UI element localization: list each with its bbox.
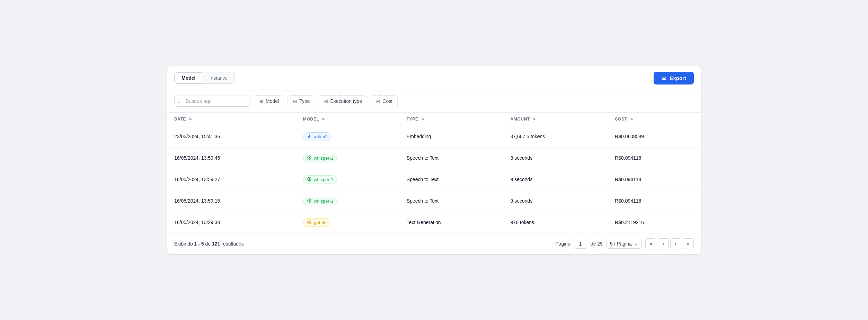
tab-group: Model Instance <box>174 72 235 84</box>
model-badge: whisper-1 <box>303 197 337 205</box>
table-footer: Exibindo 1 - 5 de 121 resultados Página … <box>167 233 701 254</box>
model-badge: ada-v2 <box>303 132 331 141</box>
search-icon: ⌕ <box>178 98 180 104</box>
next-page-button[interactable]: › <box>670 238 681 249</box>
col-cost: COST ⇅ <box>608 113 701 126</box>
model-badge: gpt-4o <box>303 218 330 227</box>
sort-icon-date[interactable]: ⇅ <box>189 117 192 121</box>
table-row: 16/05/2024, 13:59:45 whisper-1 Speech to… <box>167 147 701 169</box>
cell-type: Speech to Text <box>400 169 504 190</box>
cell-model: whisper-1 <box>296 190 400 212</box>
cell-model: whisper-1 <box>296 147 400 169</box>
cell-date: 16/05/2024, 13:29:30 <box>167 212 296 233</box>
prev-page-button[interactable]: ‹ <box>658 238 669 249</box>
table-header-row: DATE ⇅ MODEL ⇅ TYPE ⇅ AMOUNT ⇅ COST ⇅ <box>167 113 701 126</box>
model-name: whisper-1 <box>314 198 333 204</box>
cell-cost: R$0.094118 <box>608 169 701 190</box>
cell-type: Embedding <box>400 126 504 147</box>
col-date: DATE ⇅ <box>167 113 296 126</box>
table-row: 23/05/2024, 15:41:36 ada-v2 Embedding 37… <box>167 126 701 147</box>
chevron-down-icon: ⌄ <box>634 241 638 247</box>
model-badge: whisper-1 <box>303 175 337 184</box>
table-row: 16/05/2024, 13:59:27 whisper-1 Speech to… <box>167 169 701 190</box>
cell-model: gpt-4o <box>296 212 400 233</box>
cell-date: 23/05/2024, 15:41:36 <box>167 126 296 147</box>
plus-icon: ⊕ <box>259 98 264 105</box>
filter-bar: ⌕ ⊕ Model ⊕ Type ⊕ Execution type ⊕ Cost <box>167 90 701 113</box>
model-name: ada-v2 <box>314 134 328 139</box>
col-amount: AMOUNT ⇅ <box>504 113 608 126</box>
cell-type: Speech to Text <box>400 190 504 212</box>
table-body: 23/05/2024, 15:41:36 ada-v2 Embedding 37… <box>167 126 701 233</box>
filter-execution-type-button[interactable]: ⊕ Execution type <box>319 95 367 107</box>
cell-cost: R$0.0608589 <box>608 126 701 147</box>
top-bar: Model Instance Export <box>167 66 701 90</box>
cell-cost: R$0.094118 <box>608 190 701 212</box>
data-table: DATE ⇅ MODEL ⇅ TYPE ⇅ AMOUNT ⇅ COST ⇅ <box>167 113 701 233</box>
cell-model: ada-v2 <box>296 126 400 147</box>
model-name: whisper-1 <box>314 177 333 182</box>
cell-type: Speech to Text <box>400 147 504 169</box>
cell-cost: R$0.2119216 <box>608 212 701 233</box>
plus-icon: ⊕ <box>324 98 328 105</box>
footer-info: Exibindo 1 - 5 de 121 resultados <box>174 241 244 247</box>
model-badge: whisper-1 <box>303 154 337 162</box>
cell-amount: 37,667.5 tokens <box>504 126 608 147</box>
cell-date: 16/05/2024, 13:59:45 <box>167 147 296 169</box>
tab-instance[interactable]: Instance <box>202 72 234 83</box>
tab-model[interactable]: Model <box>175 72 202 83</box>
model-name: whisper-1 <box>314 155 333 161</box>
cell-amount: 3 seconds <box>504 147 608 169</box>
cell-amount: 978 tokens <box>504 212 608 233</box>
sort-icon-model[interactable]: ⇅ <box>322 117 325 121</box>
filter-type-button[interactable]: ⊕ Type <box>287 95 315 107</box>
main-container: Model Instance Export ⌕ ⊕ Model ⊕ Type ⊕… <box>167 66 701 254</box>
search-wrapper: ⌕ <box>174 96 250 107</box>
table-row: 16/05/2024, 13:29:30 gpt-4o Text Generat… <box>167 212 701 233</box>
export-button[interactable]: Export <box>654 72 694 85</box>
page-input-wrap <box>574 239 587 249</box>
page-number-input[interactable] <box>574 239 587 248</box>
filter-model-button[interactable]: ⊕ Model <box>254 95 284 107</box>
download-icon <box>661 75 667 81</box>
cell-type: Text Generation <box>400 212 504 233</box>
search-input[interactable] <box>174 96 250 107</box>
nav-buttons: « ‹ › » <box>645 238 694 249</box>
pagination: Página de 25 5 / Página ⌄ « ‹ › » <box>555 238 694 249</box>
cell-date: 16/05/2024, 13:59:27 <box>167 169 296 190</box>
sort-icon-cost[interactable]: ⇅ <box>630 117 633 121</box>
cell-cost: R$0.094118 <box>608 147 701 169</box>
table-row: 16/05/2024, 13:59:15 whisper-1 Speech to… <box>167 190 701 212</box>
per-page-select[interactable]: 5 / Página ⌄ <box>606 239 642 249</box>
sort-icon-amount[interactable]: ⇅ <box>533 117 536 121</box>
first-page-button[interactable]: « <box>645 238 656 249</box>
col-type: TYPE ⇅ <box>400 113 504 126</box>
model-name: gpt-4o <box>314 220 327 225</box>
cell-model: whisper-1 <box>296 169 400 190</box>
col-model: MODEL ⇅ <box>296 113 400 126</box>
filter-cost-button[interactable]: ⊕ Cost <box>371 95 398 107</box>
cell-amount: 9 seconds <box>504 169 608 190</box>
sort-icon-type[interactable]: ⇅ <box>421 117 424 121</box>
plus-icon: ⊕ <box>376 98 380 105</box>
cell-amount: 9 seconds <box>504 190 608 212</box>
cell-date: 16/05/2024, 13:59:15 <box>167 190 296 212</box>
plus-icon: ⊕ <box>293 98 297 105</box>
last-page-button[interactable]: » <box>683 238 694 249</box>
